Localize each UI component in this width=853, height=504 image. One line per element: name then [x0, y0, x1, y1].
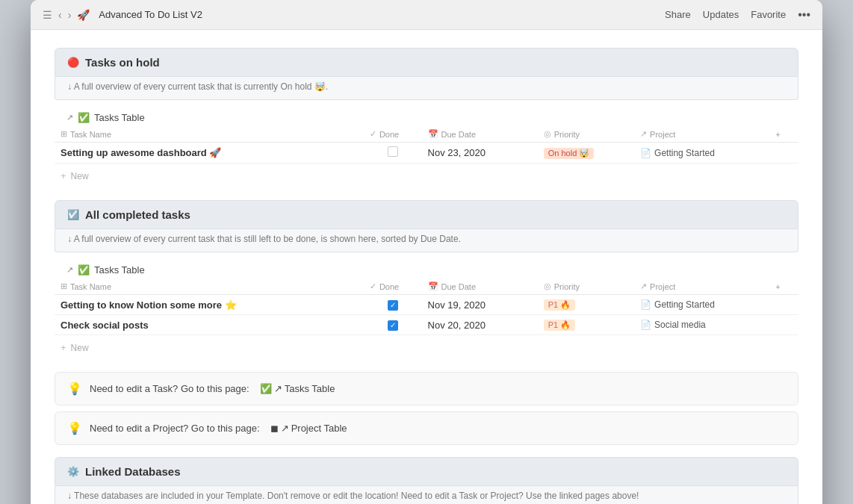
due-date-col-icon-1: 📅 — [428, 129, 438, 139]
tasks-table-link-icon: ✅ — [260, 383, 272, 394]
edit-task-text: Need to edit a Task? Go to this page: — [90, 383, 249, 394]
new-label-2: New — [71, 343, 89, 353]
project-table-arrow: ↗ — [281, 423, 289, 434]
tasks-table-link-2[interactable]: ↗ ✅ Tasks Table — [55, 261, 798, 279]
checkbox-checked[interactable]: ✓ — [388, 300, 398, 311]
checkbox-empty[interactable] — [388, 146, 398, 157]
linked-databases-title: Linked Databases — [85, 465, 181, 478]
extra-cell — [769, 295, 798, 315]
titlebar-left: ☰ ‹ › 🚀 Advanced To Do List V2 — [43, 9, 202, 21]
col-header-due-date-2: 📅 Due Date — [422, 279, 538, 295]
tasks-table-label-1: Tasks Table — [94, 112, 145, 123]
bulb-icon-1: 💡 — [67, 382, 82, 396]
edit-task-link[interactable]: ✅ ↗ Tasks Table — [260, 383, 335, 394]
priority-cell: On hold 🤯 — [538, 143, 634, 164]
expand-arrow-icon-1: ↗ — [66, 113, 73, 122]
project-link: 📄 Getting Started — [640, 148, 763, 158]
done-col-icon-1: ✓ — [370, 129, 376, 139]
add-col-plus-2[interactable]: + — [775, 282, 780, 291]
due-date-cell: Nov 20, 2020 — [422, 315, 538, 335]
p1-badge: P1 🔥 — [544, 320, 576, 331]
project-table-link[interactable]: ◼ ↗ Project Table — [270, 423, 347, 434]
tasks-table-icon-1: ✅ — [78, 112, 90, 123]
col-header-task-name-2: ⊞ Task Name — [55, 279, 364, 295]
main-content: 🔴 Tasks on hold ↓ A full overview of eve… — [31, 30, 822, 504]
extra-cell — [769, 143, 798, 164]
project-cell: 📄 Social media — [634, 315, 769, 335]
linked-databases-icon: ⚙️ — [67, 466, 79, 477]
due-date-col-icon-2: 📅 — [428, 281, 438, 291]
edit-project-info-box: 💡 Need to edit a Project? Go to this pag… — [55, 411, 798, 445]
titlebar: ☰ ‹ › 🚀 Advanced To Do List V2 Share Upd… — [31, 0, 822, 30]
plus-icon-2: + — [61, 342, 66, 353]
linked-databases-header: ⚙️ Linked Databases — [55, 457, 798, 486]
project-cell: 📄 Getting Started — [634, 143, 769, 164]
more-options-icon[interactable]: ••• — [798, 8, 810, 22]
project-cell: 📄 Getting Started — [634, 295, 769, 315]
doc-icon: 📄 — [640, 299, 651, 310]
tasks-on-hold-title: Tasks on hold — [85, 56, 160, 69]
project-link: 📄 Social media — [640, 320, 763, 330]
checkbox-checked[interactable]: ✓ — [388, 320, 398, 331]
all-completed-title: All completed tasks — [85, 208, 190, 221]
back-icon[interactable]: ‹ — [58, 9, 62, 21]
tasks-on-hold-subtitle: ↓ A full overview of every current task … — [55, 77, 798, 100]
project-col-icon-2: ↗ — [640, 281, 647, 291]
all-completed-section: ☑️ All completed tasks ↓ A full overview… — [55, 200, 798, 357]
col-header-add-1[interactable]: + — [769, 126, 798, 143]
tasks-on-hold-table: ⊞ Task Name ✓ Done — [55, 126, 798, 164]
task-name-col-icon-1: ⊞ — [61, 129, 67, 139]
tasks-on-hold-icon: 🔴 — [67, 57, 79, 68]
priority-col-icon-2: ◎ — [544, 281, 551, 291]
updates-button[interactable]: Updates — [703, 9, 739, 20]
done-col-icon-2: ✓ — [370, 281, 376, 291]
edit-project-text: Need to edit a Project? Go to this page: — [90, 423, 260, 434]
priority-cell: P1 🔥 — [538, 295, 634, 315]
plus-icon-1: + — [61, 170, 66, 181]
all-completed-table: ⊞ Task Name ✓ Done — [55, 279, 798, 335]
edit-task-info-box: 💡 Need to edit a Task? Go to this page: … — [55, 372, 798, 405]
titlebar-right: Share Updates Favorite ••• — [665, 8, 810, 22]
col-header-add-2[interactable]: + — [769, 279, 798, 295]
done-cell[interactable]: ✓ — [364, 295, 422, 315]
tasks-table-link[interactable]: ✅ ↗ Tasks Table — [260, 383, 335, 394]
forward-icon[interactable]: › — [68, 9, 72, 21]
linked-databases-subtitle: ↓ These databases are included in your T… — [55, 486, 798, 504]
share-button[interactable]: Share — [665, 9, 691, 20]
priority-cell: P1 🔥 — [538, 315, 634, 335]
tasks-on-hold-header: 🔴 Tasks on hold — [55, 48, 798, 77]
done-cell[interactable]: ✓ — [364, 315, 422, 335]
extra-cell — [769, 315, 798, 335]
add-new-row-1[interactable]: + New — [55, 167, 798, 185]
favorite-button[interactable]: Favorite — [751, 9, 786, 20]
col-header-project-1: ↗ Project — [634, 126, 769, 143]
add-col-plus-1[interactable]: + — [775, 130, 780, 139]
project-col-icon-1: ↗ — [640, 129, 647, 139]
col-header-priority-1: ◎ Priority — [538, 126, 634, 143]
col-header-due-date-1: 📅 Due Date — [422, 126, 538, 143]
tasks-table-arrow: ↗ — [274, 383, 282, 394]
project-link: 📄 Getting Started — [640, 299, 763, 310]
doc-icon: 📄 — [640, 148, 651, 158]
page-icon: 🚀 — [77, 9, 90, 21]
edit-project-link[interactable]: ◼ ↗ Project Table — [270, 423, 347, 434]
all-completed-header: ☑️ All completed tasks — [55, 200, 798, 229]
due-date-cell: Nov 23, 2020 — [422, 143, 538, 164]
priority-col-icon-1: ◎ — [544, 129, 551, 139]
due-date-cell: Nov 19, 2020 — [422, 295, 538, 315]
task-name-col-icon-2: ⊞ — [61, 281, 67, 291]
tasks-table-link-1[interactable]: ↗ ✅ Tasks Table — [55, 109, 798, 126]
all-completed-table-subsection: ↗ ✅ Tasks Table ⊞ Task Name — [55, 261, 798, 357]
project-table-link-icon: ◼ — [270, 423, 279, 434]
expand-arrow-icon-2: ↗ — [66, 265, 73, 275]
hamburger-icon[interactable]: ☰ — [43, 9, 52, 21]
linked-databases-section: ⚙️ Linked Databases ↓ These databases ar… — [55, 457, 798, 504]
done-cell[interactable] — [364, 143, 422, 164]
task-name-cell: Check social posts — [55, 315, 364, 335]
new-label-1: New — [71, 171, 89, 181]
col-header-done-1: ✓ Done — [364, 126, 422, 143]
all-completed-subtitle: ↓ A full overview of every current task … — [55, 229, 798, 252]
doc-icon: 📄 — [640, 320, 651, 330]
add-new-row-2[interactable]: + New — [55, 338, 798, 357]
col-header-priority-2: ◎ Priority — [538, 279, 634, 295]
